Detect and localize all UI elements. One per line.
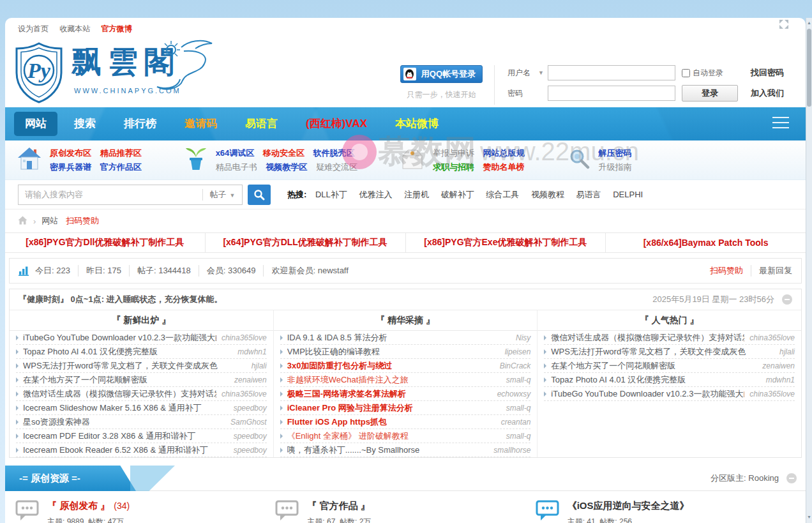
hot-keyword[interactable]: DLL补丁 xyxy=(315,190,347,199)
forum-block-ios-reverse[interactable]: 《iOS应用逆向与安全之道》 主题: 41, 帖数: 256 xyxy=(536,500,795,523)
scroll-up-arrow-icon[interactable]: ▲ xyxy=(806,20,812,25)
thread-title[interactable]: 非越狱环境WeChat插件注入之旅 xyxy=(287,374,501,386)
quicklink[interactable]: 原创发布区 xyxy=(50,148,91,158)
hamburger-menu-icon[interactable] xyxy=(772,117,789,131)
patch-tool-link[interactable]: [x64]PYG官方DLL优雅破解补丁制作工具 xyxy=(223,237,387,248)
thread-author[interactable]: china365love xyxy=(749,390,795,398)
find-password-link[interactable]: 找回密码 xyxy=(751,67,784,79)
thread-author[interactable]: echowxsy xyxy=(497,390,531,398)
home-icon[interactable] xyxy=(18,216,27,227)
login-button[interactable]: 登录 xyxy=(682,85,738,102)
thread-title[interactable]: Icecream PDF Editor 3.28 X86 & 通用和谐补丁 xyxy=(23,430,229,442)
quicklink[interactable]: 举报与申诉 xyxy=(433,148,474,158)
patch-tool-link[interactable]: [x86/x64]Baymax Patch Tools xyxy=(643,238,769,248)
collapse-icon[interactable] xyxy=(782,294,792,305)
thread-title[interactable]: Icecream Ebook Reader 6.52 X86 & 通用和谐补丁 xyxy=(23,444,229,456)
thread-title[interactable]: 在某个地方买了一个同花顺解密版 xyxy=(23,374,229,386)
nav-item-ranking[interactable]: 排行榜 xyxy=(110,107,170,140)
thread-author[interactable]: speedboy xyxy=(234,404,267,413)
forum-block-original-release[interactable]: 『 原创发布 』(34) 主题: 9889, 帖数: 47万 xyxy=(15,500,275,523)
thread-author[interactable]: china365love xyxy=(222,390,267,398)
thread-title[interactable]: iCleaner Pro 网验与注册算法分析 xyxy=(287,402,501,414)
thread-title[interactable]: 极略三国-网络请求签名算法解析 xyxy=(287,388,492,400)
patch-tool-link[interactable]: [x86]PYG官方Dll优雅破解补丁制作工具 xyxy=(26,237,184,248)
hot-keyword[interactable]: 优雅注入 xyxy=(359,190,392,199)
quicklink[interactable]: 精品电子书 xyxy=(216,162,257,172)
auto-login-checkbox[interactable] xyxy=(682,69,690,77)
latest-replies-link[interactable]: 最新回复 xyxy=(751,265,792,277)
nav-item-easy-language[interactable]: 易语言 xyxy=(231,107,292,140)
site-logo[interactable]: Py 飘雲閣 WWW.CHINAPYG.COM xyxy=(14,42,181,103)
thread-author[interactable]: hjlali xyxy=(252,361,267,370)
thread-author[interactable]: mdwhn1 xyxy=(766,375,795,384)
hot-keyword[interactable]: DELPHI xyxy=(613,190,643,199)
search-type-select[interactable]: 帖子▼ xyxy=(202,189,242,201)
forum-title[interactable]: 《iOS应用逆向与安全之道》 xyxy=(568,500,689,511)
thread-title[interactable]: 《Enlight 全家桶》 进阶破解教程 xyxy=(287,430,501,442)
width-switch-icon[interactable] xyxy=(779,19,789,29)
password-input[interactable] xyxy=(548,86,675,101)
thread-title[interactable]: Topaz Photo AI 4.01 汉化便携完整版 xyxy=(551,374,760,386)
thread-title[interactable]: 星so资源搜索神器 xyxy=(23,416,225,428)
hot-keyword[interactable]: 易语言 xyxy=(576,190,601,199)
section-collapse-icon[interactable] xyxy=(786,473,797,483)
nav-item-vax[interactable]: (西红柿)VAX xyxy=(292,107,381,140)
thread-title[interactable]: iTubeGo YouTube Downloader v10.2.3一款功能强大… xyxy=(23,332,216,344)
hot-keyword[interactable]: 破解补丁 xyxy=(441,190,474,199)
scrollbar[interactable]: ▲ ▼ xyxy=(806,18,812,523)
join-us-link[interactable]: 加入我们 xyxy=(751,87,784,99)
thread-title[interactable]: Flutter iOS App https抓包 xyxy=(287,416,496,428)
section-ribbon[interactable]: -= 原创资源 =- xyxy=(5,466,136,491)
thread-title[interactable]: 微信对话生成器（模拟微信聊天记录软件）支持对话发 xyxy=(23,388,216,400)
thread-author[interactable]: zenaiwen xyxy=(762,361,795,370)
thread-title[interactable]: WPS无法打开word等常见文档了，关联文件变成灰色 xyxy=(551,346,774,358)
search-input[interactable] xyxy=(19,186,202,204)
thread-author[interactable]: Nisy xyxy=(516,333,530,342)
qq-login-button[interactable]: 用QQ帐号登录 xyxy=(400,65,483,83)
quicklink[interactable]: 视频教学区 xyxy=(266,162,307,172)
new-member-link[interactable]: newstaff xyxy=(318,266,349,275)
thread-author[interactable]: BinCrack xyxy=(500,361,531,370)
quicklink[interactable]: 求职与招聘 xyxy=(433,162,474,172)
thread-author[interactable]: speedboy xyxy=(234,446,267,455)
thread-author[interactable]: lipeisen xyxy=(505,347,531,356)
quicklink[interactable]: 官方作品区 xyxy=(100,162,142,172)
breadcrumb-site-link[interactable]: 网站 xyxy=(41,215,58,227)
thread-title[interactable]: iTubeGo YouTube Downloader v10.2.3一款功能强大… xyxy=(551,388,744,400)
quicklink[interactable]: 软件脱壳区 xyxy=(313,148,355,158)
nav-item-site-weibo[interactable]: 本站微博 xyxy=(381,107,453,140)
thread-title[interactable]: 微信对话生成器（模拟微信聊天记录软件）支持对话发 xyxy=(551,332,744,344)
scroll-down-arrow-icon[interactable]: ▼ xyxy=(806,515,812,519)
nav-item-search[interactable]: 搜索 xyxy=(60,107,110,140)
scan-sponsor-link[interactable]: 扫码赞助 xyxy=(710,265,743,277)
thread-author[interactable]: speedboy xyxy=(234,432,267,441)
auto-login-option[interactable]: 自动登录 xyxy=(682,68,738,79)
quicklink[interactable]: 升级指南 xyxy=(599,162,632,172)
thread-author[interactable]: zenaiwen xyxy=(234,375,267,384)
nav-item-invite-code[interactable]: 邀请码 xyxy=(170,107,231,140)
thread-author[interactable]: creantan xyxy=(501,418,531,427)
nav-item-site[interactable]: 网站 xyxy=(14,112,57,136)
patch-tool-link[interactable]: [x86]PYG官方Exe优雅破解补丁制作工具 xyxy=(424,237,587,248)
moderator-link[interactable]: Rooking xyxy=(748,473,779,483)
thread-title[interactable]: VMP比较正确的编译教程 xyxy=(287,346,500,358)
thread-author[interactable]: small-q xyxy=(506,432,531,441)
thread-title[interactable]: 在某个地方买了一个同花顺解密版 xyxy=(551,360,757,372)
thread-author[interactable]: small-q xyxy=(506,375,531,384)
thread-title[interactable]: IDA 9.1 & IDA 8.5 算法分析 xyxy=(287,332,511,344)
breadcrumb-sponsor-link[interactable]: 扫码赞助 xyxy=(66,215,99,227)
thread-title[interactable]: Topaz Photo AI 4.01 汉化便携完整版 xyxy=(23,346,232,358)
thread-author[interactable]: hjlali xyxy=(779,347,795,356)
quicklink[interactable]: x64调试区 xyxy=(216,148,255,158)
quicklink[interactable]: 精品推荐区 xyxy=(100,148,142,158)
thread-title[interactable]: 咦，有通杀补丁.......~By Smallhorse xyxy=(287,444,489,456)
thread-author[interactable]: mdwhn1 xyxy=(237,347,266,356)
thread-author[interactable]: china365love xyxy=(749,333,795,342)
forum-title[interactable]: 『 原创发布 』 xyxy=(47,500,110,511)
hot-keyword[interactable]: 综合工具 xyxy=(486,190,519,199)
hot-keyword[interactable]: 注册机 xyxy=(404,190,429,199)
quicklink[interactable]: 赞助名单榜 xyxy=(483,162,525,172)
quicklink[interactable]: 移动安全区 xyxy=(263,148,304,158)
thread-title[interactable]: Icecream Slideshow Maker 5.16 X86 & 通用补丁 xyxy=(23,402,229,414)
username-input[interactable] xyxy=(548,65,675,80)
